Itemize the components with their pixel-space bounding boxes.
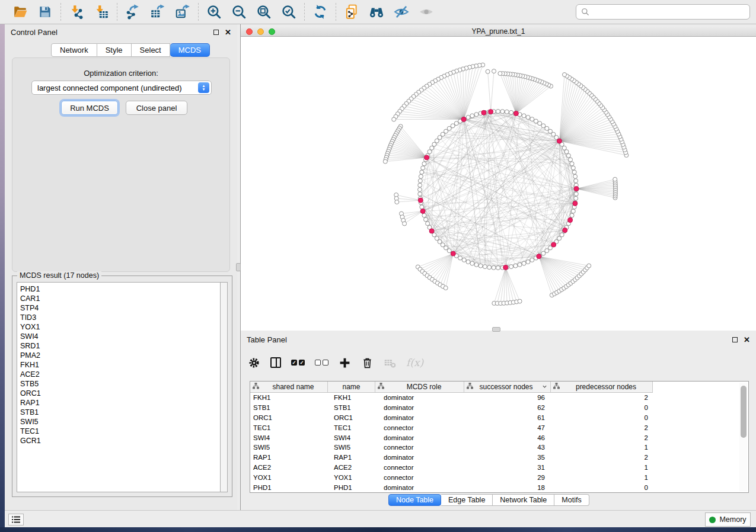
close-panel-icon[interactable]: ✕	[225, 30, 231, 35]
optimization-criterion-select[interactable]: largest connected component (undirected)…	[31, 81, 212, 95]
vertical-splitter-handle[interactable]	[236, 263, 241, 271]
table-row[interactable]: FKH1FKH1dominator962	[250, 393, 739, 403]
tab-edge-table[interactable]: Edge Table	[441, 494, 493, 506]
save-session-icon[interactable]	[36, 3, 54, 21]
table-cell: PHD1	[250, 484, 328, 491]
tab-motifs[interactable]: Motifs	[554, 494, 589, 506]
zoom-fit-icon[interactable]	[255, 3, 273, 21]
table-cell: connector	[375, 464, 464, 471]
table-row[interactable]: YOX1YOX1connector291	[250, 472, 739, 482]
import-network-icon[interactable]	[68, 3, 85, 21]
toolbar-group	[61, 3, 117, 21]
table-cell: RAP1	[328, 454, 375, 461]
tab-mcds[interactable]: MCDS	[170, 43, 210, 57]
result-node[interactable]: PMA2	[20, 351, 220, 360]
result-node[interactable]: SWI4	[20, 332, 220, 341]
column-header-name[interactable]: name	[328, 382, 375, 392]
column-header-predecessor-nodes[interactable]: predecessor nodes	[551, 382, 653, 392]
result-node[interactable]: STB5	[20, 379, 220, 389]
run-mcds-button[interactable]: Run MCDS	[61, 101, 118, 115]
table-cell: TEC1	[250, 424, 328, 431]
column-header-shared-name[interactable]: shared name	[250, 382, 328, 392]
network-window-titlebar[interactable]: YPA_prune.txt_1	[241, 27, 756, 37]
toolbar-group	[117, 3, 198, 21]
import-table-icon[interactable]	[92, 3, 110, 21]
close-table-panel-icon[interactable]: ✕	[744, 337, 750, 342]
zoom-selected-icon[interactable]	[280, 3, 298, 21]
table-cell: STB1	[250, 404, 328, 411]
search-input[interactable]	[593, 8, 745, 17]
deselect-all-icon[interactable]	[315, 355, 328, 370]
table-row[interactable]: PHD1PHD1dominator180	[250, 482, 739, 492]
delete-column-icon[interactable]	[361, 355, 374, 370]
table-cell: STB1	[328, 404, 375, 411]
result-node[interactable]: STP4	[20, 303, 220, 313]
control-panel-tabs: NetworkStyleSelectMCDS	[51, 43, 210, 57]
table-settings-icon[interactable]	[248, 355, 260, 370]
result-node[interactable]: RAP1	[20, 398, 220, 408]
result-node[interactable]: CAR1	[20, 294, 220, 303]
toolbar-group	[305, 3, 336, 21]
tab-network-table[interactable]: Network Table	[493, 494, 554, 506]
show-columns-icon[interactable]	[270, 355, 281, 370]
memory-button[interactable]: Memory	[705, 512, 751, 527]
table-row[interactable]: TEC1TEC1connector472	[250, 422, 739, 432]
result-node[interactable]: TEC1	[20, 427, 220, 436]
select-all-icon[interactable]: ✓✓	[291, 355, 305, 370]
float-table-panel-icon[interactable]	[732, 337, 738, 342]
find-objects-icon[interactable]	[368, 3, 385, 21]
add-column-icon[interactable]	[339, 355, 351, 370]
result-node[interactable]: ACE2	[20, 370, 220, 379]
result-node[interactable]: FKH1	[20, 360, 220, 370]
table-row[interactable]: STB1STB1dominator620	[250, 403, 739, 413]
export-table-icon[interactable]	[149, 3, 167, 21]
table-cell: dominator	[375, 404, 464, 411]
toolbar-group	[199, 3, 304, 21]
horizontal-splitter-handle[interactable]	[492, 327, 500, 332]
network-graph[interactable]	[241, 37, 756, 331]
table-row[interactable]: SWI5SWI5connector431	[250, 443, 739, 453]
network-canvas[interactable]	[241, 37, 756, 331]
result-node[interactable]: SRD1	[20, 341, 220, 351]
task-history-button[interactable]	[8, 514, 24, 525]
column-header-MCDS-role[interactable]: MCDS role	[375, 382, 464, 392]
table-row[interactable]: SWI4SWI4dominator462	[250, 432, 739, 443]
optimization-criterion-label: Optimization criterion:	[12, 69, 229, 78]
table-row[interactable]: RAP1RAP1dominator352	[250, 453, 739, 463]
table-scrollbar[interactable]	[739, 383, 747, 491]
result-node[interactable]: PHD1	[20, 284, 220, 294]
tab-network[interactable]: Network	[51, 43, 97, 57]
float-panel-icon[interactable]	[213, 30, 219, 35]
search-box[interactable]	[576, 4, 750, 20]
result-node[interactable]: STB1	[20, 408, 220, 417]
table-row[interactable]: ACE2ACE2connector311	[250, 463, 739, 473]
table-row[interactable]: ORC1ORC1dominator610	[250, 413, 739, 423]
table-cell: ACE2	[250, 464, 328, 471]
result-node[interactable]: ORC1	[20, 389, 220, 398]
hide-selected-icon[interactable]	[393, 3, 410, 21]
tab-node-table[interactable]: Node Table	[388, 494, 441, 506]
network-window-title: YPA_prune.txt_1	[241, 27, 756, 36]
refresh-view-icon[interactable]	[311, 3, 329, 21]
result-node[interactable]: SWI5	[20, 417, 220, 427]
table-panel-title: Table Panel	[247, 335, 287, 344]
result-node[interactable]: GCR1	[20, 436, 220, 446]
tab-select[interactable]: Select	[132, 43, 170, 57]
table-cell: 2	[551, 434, 653, 441]
result-node[interactable]: TID3	[20, 313, 220, 322]
result-node[interactable]: YOX1	[20, 322, 220, 332]
mcds-result-list[interactable]: PHD1CAR1STP4TID3YOX1SWI4SRD1PMA2FKH1ACE2…	[17, 282, 221, 492]
open-file-icon[interactable]	[11, 3, 29, 21]
memory-status-icon	[709, 517, 716, 523]
export-image-icon[interactable]	[174, 3, 192, 21]
close-panel-button[interactable]: Close panel	[126, 101, 187, 115]
tab-style[interactable]: Style	[97, 43, 132, 57]
desktop-background-bottom	[0, 527, 756, 532]
zoom-in-icon[interactable]	[205, 3, 223, 21]
column-header-successor-nodes[interactable]: successor nodes	[464, 382, 551, 392]
table-scrollbar-thumb[interactable]	[741, 386, 747, 438]
mcds-result-scrollbar[interactable]	[221, 282, 228, 492]
export-network-icon[interactable]	[124, 3, 142, 21]
zoom-out-icon[interactable]	[230, 3, 248, 21]
new-network-from-selection-icon[interactable]	[343, 3, 361, 21]
